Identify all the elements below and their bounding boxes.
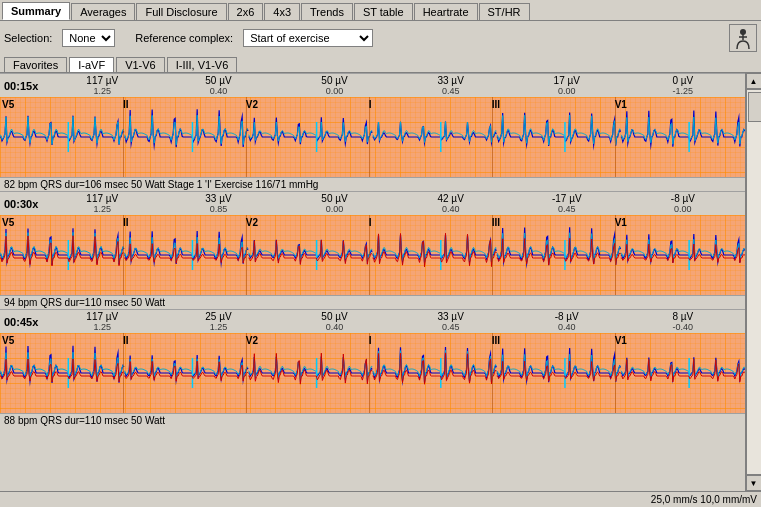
- tab-trends[interactable]: Trends: [301, 3, 353, 20]
- status-line-3: 88 bpm QRS dur=110 msec 50 Watt: [0, 413, 745, 427]
- strips-column: 00:15x 117 µV 1.25 50 µV 0.40 50 µV 0.00: [0, 73, 745, 491]
- ecg-graph-2: V5 II V2 I III V1: [0, 215, 745, 295]
- lead-label-1-v1: V1: [615, 99, 627, 110]
- status-line-1: 82 bpm QRS dur=106 msec 50 Watt Stage 1 …: [0, 177, 745, 191]
- lead-label-2-v5: V5: [2, 217, 14, 228]
- lead-label-3-i: I: [369, 335, 372, 346]
- patient-icon[interactable]: [729, 24, 757, 52]
- mv-label-3-4: -8 µV 0.40: [537, 311, 597, 332]
- scale-info: 25,0 mm/s 10,0 mm/mV: [651, 494, 757, 505]
- lead-label-3-v1: V1: [615, 335, 627, 346]
- tab-averages[interactable]: Averages: [71, 3, 135, 20]
- strip-row-3: 00:45x 117 µV 1.25 25 µV 1.25 50 µV 0.40: [0, 309, 745, 427]
- ecg-graph-1: V5 II V2 I III V1: [0, 97, 745, 177]
- mv-labels-2: 117 µV 1.25 33 µV 0.85 50 µV 0.00 42 µ: [44, 193, 741, 214]
- scroll-up-button[interactable]: ▲: [746, 73, 762, 89]
- mv-label-2-0: 117 µV 1.25: [72, 193, 132, 214]
- scroll-track[interactable]: [746, 89, 762, 475]
- tab-4x3[interactable]: 4x3: [264, 3, 300, 20]
- strip-header-2: 00:30x 117 µV 1.25 33 µV 0.85 50 µV 0.00: [0, 191, 745, 215]
- lead-label-1-ii: II: [123, 99, 129, 110]
- lead-label-2-v2: V2: [246, 217, 258, 228]
- mv-label-3-0: 117 µV 1.25: [72, 311, 132, 332]
- reference-select[interactable]: Start of exercise Rest Peak: [243, 29, 373, 47]
- sub-tab-v1-v6[interactable]: V1-V6: [116, 57, 165, 72]
- strip-row-2: 00:30x 117 µV 1.25 33 µV 0.85 50 µV 0.00: [0, 191, 745, 309]
- ecg-canvas-3: [0, 333, 745, 413]
- lead-label-3-v2: V2: [246, 335, 258, 346]
- lead-label-1-v5: V5: [2, 99, 14, 110]
- tab-full-disclosure[interactable]: Full Disclosure: [136, 3, 226, 20]
- ecg-area: 00:15x 117 µV 1.25 50 µV 0.40 50 µV 0.00: [0, 73, 761, 491]
- time-label-2: 00:30x: [4, 198, 38, 210]
- mv-label-3-2: 50 µV 0.40: [305, 311, 365, 332]
- strip-header-3: 00:45x 117 µV 1.25 25 µV 1.25 50 µV 0.40: [0, 309, 745, 333]
- strip-header-1: 00:15x 117 µV 1.25 50 µV 0.40 50 µV 0.00: [0, 73, 745, 97]
- scroll-thumb[interactable]: [748, 92, 762, 122]
- mv-label-1-1: 50 µV 0.40: [188, 75, 248, 96]
- tab-summary[interactable]: Summary: [2, 2, 70, 20]
- mv-label-3-1: 25 µV 1.25: [188, 311, 248, 332]
- lead-label-2-ii: II: [123, 217, 129, 228]
- tab-heartrate[interactable]: Heartrate: [414, 3, 478, 20]
- mv-label-2-1: 33 µV 0.85: [188, 193, 248, 214]
- sub-tab-bar: Favorites I-aVF V1-V6 I-III, V1-V6: [0, 55, 761, 73]
- controls-bar: Selection: None All Reference complex: S…: [0, 21, 761, 55]
- mv-label-2-4: -17 µV 0.45: [537, 193, 597, 214]
- mv-label-1-3: 33 µV 0.45: [421, 75, 481, 96]
- sub-tab-i-avf[interactable]: I-aVF: [69, 57, 114, 72]
- lead-label-2-i: I: [369, 217, 372, 228]
- tab-st-table[interactable]: ST table: [354, 3, 413, 20]
- sub-tab-i-iii-v1-v6[interactable]: I-III, V1-V6: [167, 57, 238, 72]
- bottom-bar: 25,0 mm/s 10,0 mm/mV: [0, 491, 761, 507]
- lead-label-3-ii: II: [123, 335, 129, 346]
- mv-label-1-0: 117 µV 1.25: [72, 75, 132, 96]
- sub-tab-favorites[interactable]: Favorites: [4, 57, 67, 72]
- lead-label-3-iii: III: [492, 335, 500, 346]
- mv-label-3-5: 8 µV -0.40: [653, 311, 713, 332]
- mv-label-1-2: 50 µV 0.00: [305, 75, 365, 96]
- time-label-1: 00:15x: [4, 80, 38, 92]
- mv-label-1-5: 0 µV -1.25: [653, 75, 713, 96]
- mv-labels-1: 117 µV 1.25 50 µV 0.40 50 µV 0.00 33 µ: [44, 75, 741, 96]
- main-tab-bar: Summary Averages Full Disclosure 2x6 4x3…: [0, 0, 761, 21]
- mv-label-2-2: 50 µV 0.00: [305, 193, 365, 214]
- ecg-canvas-2: [0, 215, 745, 295]
- time-label-3: 00:45x: [4, 316, 38, 328]
- mv-label-2-3: 42 µV 0.40: [421, 193, 481, 214]
- lead-label-2-v1: V1: [615, 217, 627, 228]
- ecg-canvas-1: [0, 97, 745, 177]
- lead-label-1-v2: V2: [246, 99, 258, 110]
- lead-label-2-iii: III: [492, 217, 500, 228]
- mv-label-1-4: 17 µV 0.00: [537, 75, 597, 96]
- lead-label-1-i: I: [369, 99, 372, 110]
- tab-2x6[interactable]: 2x6: [228, 3, 264, 20]
- scroll-down-button[interactable]: ▼: [746, 475, 762, 491]
- lead-label-3-v5: V5: [2, 335, 14, 346]
- patient-svg: [732, 27, 754, 49]
- selection-select[interactable]: None All: [62, 29, 115, 47]
- mv-label-3-3: 33 µV 0.45: [421, 311, 481, 332]
- vertical-scrollbar[interactable]: ▲ ▼: [745, 73, 761, 491]
- selection-label: Selection:: [4, 32, 52, 44]
- main-window: Summary Averages Full Disclosure 2x6 4x3…: [0, 0, 761, 507]
- tab-st-hr[interactable]: ST/HR: [479, 3, 530, 20]
- status-line-2: 94 bpm QRS dur=110 msec 50 Watt: [0, 295, 745, 309]
- mv-label-2-5: -8 µV 0.00: [653, 193, 713, 214]
- reference-label: Reference complex:: [135, 32, 233, 44]
- mv-labels-3: 117 µV 1.25 25 µV 1.25 50 µV 0.40 33 µ: [44, 311, 741, 332]
- lead-label-1-iii: III: [492, 99, 500, 110]
- strip-row-1: 00:15x 117 µV 1.25 50 µV 0.40 50 µV 0.00: [0, 73, 745, 191]
- ecg-graph-3: V5 II V2 I III V1: [0, 333, 745, 413]
